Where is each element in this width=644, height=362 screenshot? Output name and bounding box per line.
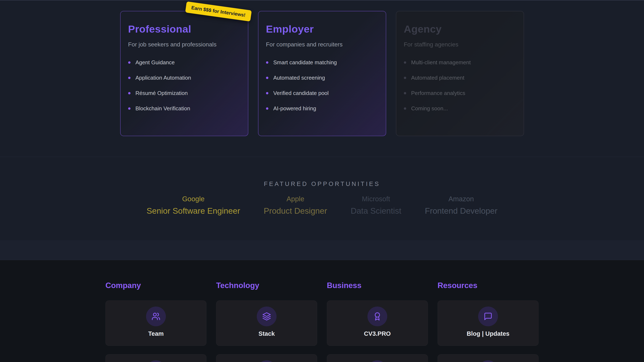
plan-feature: Résumé Optimization (128, 90, 240, 96)
featured-company: Google (146, 195, 240, 203)
featured-role: Frontend Developer (425, 206, 498, 215)
footer-card-cv3pro[interactable]: CV3.PRO (327, 300, 428, 346)
plan-feature-label: Agent Guidance (136, 59, 175, 66)
hidden-icon (257, 360, 276, 362)
footer-card-cutoff[interactable] (438, 354, 538, 362)
plan-card-employer[interactable]: Employer For companies and recruiters Sm… (258, 11, 386, 136)
bullet-icon (128, 61, 130, 64)
plan-subtitle: For companies and recruiters (266, 41, 378, 48)
footer-column-technology: Technology Stack (216, 281, 317, 362)
bullet-icon (128, 107, 130, 110)
layers-icon (257, 307, 276, 326)
featured-role: Data Scientist (350, 206, 401, 215)
footer-grid: Company Team Technology (106, 281, 538, 362)
plan-feature: Automated screening (266, 75, 378, 81)
users-icon (146, 307, 166, 326)
bullet-icon (266, 107, 268, 110)
plan-feature-label: Blockchain Verification (136, 105, 190, 112)
footer-card-label: CV3.PRO (364, 330, 390, 337)
bullet-icon (404, 77, 406, 79)
plan-feature-label: Verified candidate pool (274, 90, 329, 96)
featured-item-google[interactable]: Google Senior Software Engineer (146, 195, 240, 215)
plan-feature: Multi-client management (404, 59, 516, 66)
plan-feature-label: Smart candidate matching (274, 59, 337, 66)
footer-card-label: Team (148, 330, 164, 337)
footer-column-company: Company Team (106, 281, 206, 362)
plan-feature: Coming soon... (404, 105, 516, 112)
footer-heading: Business (327, 281, 428, 290)
plans-grid: Professional For job seekers and profess… (0, 11, 644, 136)
plan-feature-label: Résumé Optimization (136, 90, 188, 96)
plan-feature-label: AI-powered hiring (274, 105, 316, 112)
featured-company: Microsoft (350, 195, 401, 203)
featured-item-apple[interactable]: Apple Product Designer (264, 195, 327, 215)
featured-company: Apple (264, 195, 327, 203)
footer-heading: Company (106, 281, 206, 290)
hidden-icon (478, 360, 498, 362)
plan-feature: Agent Guidance (128, 59, 240, 66)
bullet-icon (128, 92, 130, 94)
featured-item-microsoft[interactable]: Microsoft Data Scientist (350, 195, 401, 215)
featured-opportunities-section: FEATURED OPPORTUNITIES Google Senior Sof… (0, 157, 644, 240)
footer-card-cutoff[interactable] (327, 354, 428, 362)
plan-feature-label: Coming soon... (411, 105, 448, 112)
plan-feature: Blockchain Verification (128, 105, 240, 112)
plan-feature-label: Multi-client management (411, 59, 471, 66)
award-icon (368, 307, 387, 326)
footer-card-blog[interactable]: Blog | Updates (438, 300, 538, 346)
site-footer: Company Team Technology (0, 260, 644, 362)
featured-heading: FEATURED OPPORTUNITIES (0, 181, 644, 187)
plan-feature-label: Application Automation (136, 75, 191, 81)
plan-card-agency: Agency For staffing agencies Multi-clien… (396, 11, 524, 136)
plan-feature: Verified candidate pool (266, 90, 378, 96)
plan-feature: Performance analytics (404, 90, 516, 96)
featured-row: Google Senior Software Engineer Apple Pr… (0, 195, 644, 215)
message-icon (478, 307, 498, 326)
plan-feature-label: Automated screening (274, 75, 325, 81)
bullet-icon (128, 77, 130, 79)
plan-card-professional[interactable]: Professional For job seekers and profess… (120, 11, 248, 136)
bullet-icon (404, 107, 406, 110)
plan-feature: Automated placement (404, 75, 516, 81)
plan-feature-list: Multi-client management Automated placem… (404, 59, 516, 112)
footer-card-stack[interactable]: Stack (216, 300, 317, 346)
bullet-icon (266, 92, 268, 94)
spacer-band (0, 240, 644, 260)
plan-title: Professional (128, 23, 240, 35)
plan-feature: Smart candidate matching (266, 59, 378, 66)
bullet-icon (266, 61, 268, 64)
bullet-icon (404, 61, 406, 64)
plan-feature-list: Smart candidate matching Automated scree… (266, 59, 378, 112)
plan-subtitle: For staffing agencies (404, 41, 516, 48)
plan-feature-label: Automated placement (411, 75, 464, 81)
hidden-icon (146, 360, 166, 362)
plans-section: Earn $$$ for Interviews! Professional Fo… (0, 0, 644, 157)
footer-card-label: Blog | Updates (466, 330, 509, 337)
footer-heading: Resources (438, 281, 538, 290)
page: Earn $$$ for Interviews! Professional Fo… (0, 0, 644, 362)
bullet-icon (404, 92, 406, 94)
featured-role: Senior Software Engineer (146, 206, 240, 215)
plan-subtitle: For job seekers and professionals (128, 41, 240, 48)
footer-card-cutoff[interactable] (106, 354, 206, 362)
plan-feature: Application Automation (128, 75, 240, 81)
plan-title: Agency (404, 23, 516, 35)
plan-title: Employer (266, 23, 378, 35)
footer-card-cutoff[interactable] (216, 354, 317, 362)
footer-card-team[interactable]: Team (106, 300, 206, 346)
featured-item-amazon[interactable]: Amazon Frontend Developer (425, 195, 498, 215)
featured-company: Amazon (425, 195, 498, 203)
bullet-icon (266, 77, 268, 79)
plan-feature: AI-powered hiring (266, 105, 378, 112)
footer-column-resources: Resources Blog | Updates (438, 281, 538, 362)
featured-role: Product Designer (264, 206, 327, 215)
plan-feature-list: Agent Guidance Application Automation Ré… (128, 59, 240, 112)
plan-feature-label: Performance analytics (411, 90, 465, 96)
footer-column-business: Business CV3.PRO (327, 281, 428, 362)
hidden-icon (368, 360, 387, 362)
footer-card-label: Stack (258, 330, 275, 337)
footer-heading: Technology (216, 281, 317, 290)
